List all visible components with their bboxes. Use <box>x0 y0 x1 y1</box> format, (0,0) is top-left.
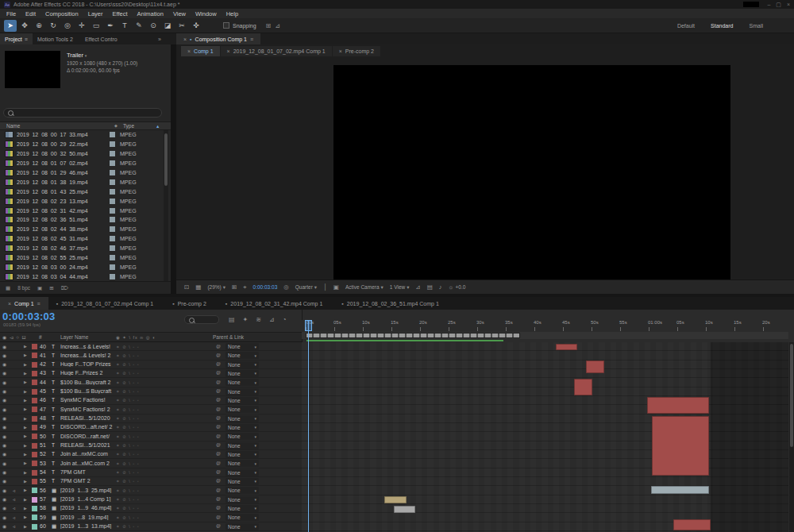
eye-icon[interactable]: ◉ <box>2 388 6 394</box>
project-file-row[interactable]: 2019_12_08_02_36_51.mp4 MPEG <box>0 215 171 225</box>
viewer-tab[interactable]: × Comp 1 <box>181 46 220 56</box>
layer-duration-bar[interactable] <box>586 360 604 373</box>
layer-switch-icons[interactable]: ✦ ⊘ \ ◦ ◦ <box>116 353 140 358</box>
parent-dropdown[interactable]: None ▾ <box>225 451 259 458</box>
menu-item[interactable]: File <box>2 10 21 17</box>
layer-row[interactable]: ◉ ▶ 54 T 7PM GMT ✦ ⊘ \ ◦ ◦ @ None ▾ <box>0 468 302 477</box>
menu-item[interactable]: Window <box>191 10 222 17</box>
layer-row[interactable]: ◉ ▶ 45 T $100 Bu...S Buycraft ✦ ⊘ \ ◦ ◦ … <box>0 387 302 396</box>
label-chip[interactable] <box>110 226 115 232</box>
layer-row[interactable]: ◉ ▶ 42 T Huge F...TOP Prizes ✦ ⊘ \ ◦ ◦ @… <box>0 360 302 369</box>
work-area-bar[interactable] <box>306 333 520 338</box>
layer-name[interactable]: Huge F...Prizes 2 <box>60 370 113 376</box>
tool-button[interactable]: ✎ <box>133 20 145 32</box>
draft-3d-icon[interactable]: ✦ <box>243 316 249 323</box>
layer-row[interactable]: ◉ ◃ ▶ 59 ▦ [2019_...8_19.mp4] ✦ ⊘ \ ◦ ◦ … <box>0 513 302 522</box>
pickwhip-icon[interactable]: @ <box>216 505 221 510</box>
project-file-row[interactable]: 2019_12_08_02_44_38.mp4 MPEG <box>0 225 171 234</box>
layer-duration-bar[interactable] <box>556 344 577 350</box>
layer-name[interactable]: Increas...& Levels! 2 <box>60 353 113 358</box>
search-input[interactable] <box>3 108 162 118</box>
twirl-icon[interactable]: ▶ <box>24 398 27 403</box>
layer-row[interactable]: ◉ ▶ 40 T Increas...s & Levels! ✦ ⊘ \ ◦ ◦… <box>0 342 302 351</box>
composition-panel-tab[interactable]: × ▪ Composition Comp 1 ≡ <box>176 33 260 44</box>
close-tab-icon[interactable]: × <box>227 48 230 54</box>
label-chip[interactable] <box>110 264 115 270</box>
layer-row[interactable]: ◉ ▶ 41 T Increas...& Levels! 2 ✦ ⊘ \ ◦ ◦… <box>0 351 302 360</box>
layer-row[interactable]: ◉ ◃ ▶ 60 ▦ [2019_1...3_13.mp4] ✦ ⊘ \ ◦ ◦… <box>0 522 302 531</box>
layer-name[interactable]: [2019_1...9_46.mp4] <box>60 505 113 511</box>
label-chip[interactable] <box>110 160 115 166</box>
label-chip[interactable] <box>110 255 115 260</box>
label-chip[interactable] <box>110 217 115 222</box>
grid-guides-icon[interactable]: ▦ <box>195 283 201 291</box>
twirl-icon[interactable]: ▶ <box>24 407 27 411</box>
project-file-row[interactable]: 2019_12_08_02_46_37.mp4 MPEG <box>0 244 171 253</box>
project-file-row[interactable]: 2019_12_08_02_23_13.mp4 MPEG <box>0 196 171 206</box>
mini-flowchart-icon[interactable]: ▤ <box>229 316 235 323</box>
camera-dropdown[interactable]: Active Camera▾ <box>345 284 384 291</box>
project-file-row[interactable]: 2019_12_08_00_32_50.mp4 MPEG <box>0 149 171 159</box>
layer-row[interactable]: ◉ ▶ 43 T Huge F...Prizes 2 ✦ ⊘ \ ◦ ◦ @ N… <box>0 369 302 378</box>
layer-row[interactable]: ◉ ▶ 46 T SynxMC Factions! ✦ ⊘ \ ◦ ◦ @ No… <box>0 396 302 405</box>
pixel-aspect-icon[interactable]: ⊿ <box>415 283 420 291</box>
label-chip[interactable] <box>110 208 115 214</box>
pickwhip-icon[interactable]: @ <box>216 469 221 474</box>
layer-label-chip[interactable] <box>32 461 37 466</box>
twirl-icon[interactable]: ▶ <box>24 461 27 465</box>
layer-label-chip[interactable] <box>32 488 37 493</box>
layer-label-chip[interactable] <box>32 398 37 403</box>
current-timecode[interactable]: 0:00:03:03 <box>2 310 56 322</box>
layer-duration-bar[interactable] <box>384 496 407 503</box>
time-ruler[interactable]: :00s05s10s15s20s25s30s35s40s45s50s55s01:… <box>302 320 788 332</box>
parent-dropdown[interactable]: None ▾ <box>225 352 259 359</box>
layer-switch-icons[interactable]: ✦ ⊘ \ ◦ ◦ <box>116 461 140 466</box>
layer-duration-bar[interactable] <box>651 486 709 494</box>
eye-icon[interactable]: ◉ <box>2 461 6 466</box>
layer-row[interactable]: ◉ ▶ 44 T $100 Bu...Buycraft 2 ✦ ⊘ \ ◦ ◦ … <box>0 378 302 387</box>
layer-duration-bar[interactable] <box>574 379 592 395</box>
layer-label-chip[interactable] <box>32 515 37 520</box>
timeline-scrollbar[interactable] <box>789 342 794 532</box>
layer-label-chip[interactable] <box>32 524 37 530</box>
layer-name[interactable]: DISCORD...aft.net/ 2 <box>60 424 113 430</box>
layer-duration-bar[interactable] <box>394 506 415 513</box>
layer-row[interactable]: ◉ ◃ ▶ 57 ▦ [2019_1...4 Comp 1] ✦ ⊘ \ ◦ ◦… <box>0 495 302 504</box>
layer-label-chip[interactable] <box>32 497 37 503</box>
pickwhip-icon[interactable]: @ <box>216 451 221 456</box>
layer-switch-icons[interactable]: ✦ ⊘ \ ◦ ◦ <box>116 380 140 385</box>
eye-icon[interactable]: ◉ <box>2 361 6 367</box>
pickwhip-icon[interactable]: @ <box>216 496 221 501</box>
eye-icon[interactable]: ◉ <box>2 496 6 502</box>
tool-button[interactable]: ✒ <box>104 20 117 32</box>
tool-button[interactable]: ➤ <box>4 20 17 32</box>
label-chip[interactable] <box>110 236 115 241</box>
project-file-row[interactable]: 2019_12_08_00_17_33.mp4 MPEG <box>0 130 171 140</box>
twirl-icon[interactable]: ▶ <box>24 416 27 421</box>
work-area-strip[interactable] <box>302 332 788 339</box>
tool-button[interactable]: ↻ <box>47 20 60 32</box>
layer-switch-icons[interactable]: ✦ ⊘ \ ◦ ◦ <box>116 443 140 448</box>
parent-dropdown[interactable]: None ▾ <box>225 388 259 395</box>
snapping-checkbox[interactable] <box>223 22 229 29</box>
pickwhip-icon[interactable]: @ <box>216 478 221 483</box>
column-layer-name[interactable]: Layer Name <box>60 334 88 340</box>
label-chip[interactable] <box>110 189 115 195</box>
layer-name[interactable]: [2019_1...3_25.mp4] <box>60 488 113 493</box>
frame-blend-icon[interactable]: ⊿ <box>269 316 275 323</box>
layer-switch-icons[interactable]: ✦ ⊘ \ ◦ ◦ <box>116 515 140 520</box>
column-type[interactable]: Type <box>123 123 134 129</box>
view-layout-dropdown[interactable]: 1 View▾ <box>390 284 410 291</box>
parent-dropdown[interactable]: None ▾ <box>225 505 259 512</box>
tool-button[interactable]: ✛ <box>75 20 88 32</box>
layer-name[interactable]: [2019_1...3_13.mp4] <box>60 523 113 529</box>
project-file-row[interactable]: 2019_12_08_03_00_24.mp4 MPEG <box>0 262 171 272</box>
timeline-tab[interactable]: ▪ Pre-comp 2 <box>164 297 218 310</box>
pickwhip-icon[interactable]: @ <box>216 424 221 429</box>
scrollbar-thumb[interactable] <box>164 133 168 186</box>
tool-button[interactable]: ▭ <box>90 20 102 32</box>
layer-name[interactable]: 7PM GMT <box>60 469 113 475</box>
layer-row[interactable]: ◉ ▶ 50 T DISCORD...raft.net/ ✦ ⊘ \ ◦ ◦ @… <box>0 432 302 441</box>
close-tab-icon[interactable]: × <box>339 48 342 54</box>
eye-icon[interactable]: ◉ <box>2 523 6 529</box>
